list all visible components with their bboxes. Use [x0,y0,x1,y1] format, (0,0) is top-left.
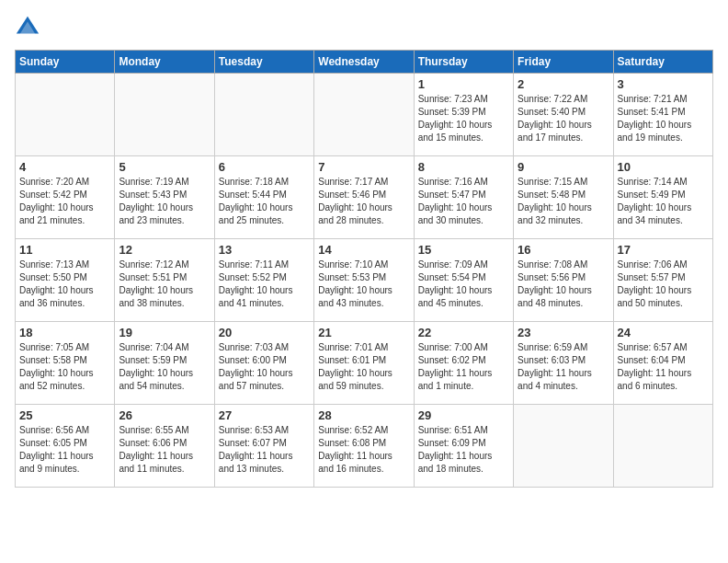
day-info: Sunrise: 7:06 AM Sunset: 5:57 PM Dayligh… [618,259,709,310]
calendar-cell: 27Sunrise: 6:53 AM Sunset: 6:07 PM Dayli… [214,405,313,488]
calendar-table: SundayMondayTuesdayWednesdayThursdayFrid… [15,50,713,488]
calendar-cell [115,74,214,156]
calendar-cell [16,74,115,156]
day-info: Sunrise: 7:23 AM Sunset: 5:39 PM Dayligh… [418,93,509,144]
day-number: 18 [19,326,110,339]
calendar-cell: 2Sunrise: 7:22 AM Sunset: 5:40 PM Daylig… [514,74,613,156]
day-info: Sunrise: 6:57 AM Sunset: 6:04 PM Dayligh… [618,341,709,393]
day-number: 21 [318,326,409,339]
day-info: Sunrise: 7:08 AM Sunset: 5:56 PM Dayligh… [518,259,609,310]
day-number: 7 [318,160,409,174]
day-info: Sunrise: 7:09 AM Sunset: 5:54 PM Dayligh… [418,259,509,310]
calendar-cell: 11Sunrise: 7:13 AM Sunset: 5:50 PM Dayli… [16,239,115,322]
weekday-header-tuesday: Tuesday [214,51,313,74]
week-row-1: 1Sunrise: 7:23 AM Sunset: 5:39 PM Daylig… [16,74,713,156]
weekday-header-thursday: Thursday [414,51,513,74]
day-number: 4 [19,160,110,174]
calendar-cell [314,74,414,156]
day-info: Sunrise: 7:11 AM Sunset: 5:52 PM Dayligh… [219,259,310,310]
day-info: Sunrise: 7:04 AM Sunset: 5:59 PM Dayligh… [119,341,210,393]
calendar-cell: 20Sunrise: 7:03 AM Sunset: 6:00 PM Dayli… [214,322,313,405]
day-number: 27 [219,408,310,422]
calendar-cell: 29Sunrise: 6:51 AM Sunset: 6:09 PM Dayli… [414,405,513,488]
calendar-cell: 18Sunrise: 7:05 AM Sunset: 5:58 PM Dayli… [16,322,115,405]
day-number: 10 [618,160,709,174]
day-info: Sunrise: 7:01 AM Sunset: 6:01 PM Dayligh… [318,341,409,393]
day-number: 22 [418,326,509,339]
calendar-cell: 16Sunrise: 7:08 AM Sunset: 5:56 PM Dayli… [514,239,613,322]
calendar-cell: 22Sunrise: 7:00 AM Sunset: 6:02 PM Dayli… [414,322,513,405]
day-number: 1 [418,77,509,91]
day-info: Sunrise: 7:17 AM Sunset: 5:46 PM Dayligh… [318,176,409,227]
day-number: 20 [219,326,310,339]
day-number: 9 [518,160,609,174]
calendar-cell: 23Sunrise: 6:59 AM Sunset: 6:03 PM Dayli… [514,322,613,405]
day-info: Sunrise: 7:10 AM Sunset: 5:53 PM Dayligh… [318,259,409,310]
day-number: 13 [219,243,310,257]
calendar-cell: 10Sunrise: 7:14 AM Sunset: 5:49 PM Dayli… [613,156,712,239]
day-number: 2 [518,77,609,91]
page-header [15,15,713,40]
day-info: Sunrise: 7:12 AM Sunset: 5:51 PM Dayligh… [119,259,210,310]
calendar-cell: 13Sunrise: 7:11 AM Sunset: 5:52 PM Dayli… [214,239,313,322]
calendar-cell: 6Sunrise: 7:18 AM Sunset: 5:44 PM Daylig… [214,156,313,239]
logo-icon [15,15,40,40]
day-info: Sunrise: 7:18 AM Sunset: 5:44 PM Dayligh… [219,176,310,227]
calendar-cell: 9Sunrise: 7:15 AM Sunset: 5:48 PM Daylig… [514,156,613,239]
calendar-cell: 17Sunrise: 7:06 AM Sunset: 5:57 PM Dayli… [613,239,712,322]
day-info: Sunrise: 7:05 AM Sunset: 5:58 PM Dayligh… [19,341,110,393]
weekday-header-wednesday: Wednesday [314,51,414,74]
day-number: 5 [119,160,210,174]
calendar-cell: 5Sunrise: 7:19 AM Sunset: 5:43 PM Daylig… [115,156,214,239]
day-number: 6 [219,160,310,174]
week-row-4: 18Sunrise: 7:05 AM Sunset: 5:58 PM Dayli… [16,322,713,405]
calendar-cell [613,405,712,488]
day-info: Sunrise: 6:59 AM Sunset: 6:03 PM Dayligh… [518,341,609,393]
day-info: Sunrise: 7:16 AM Sunset: 5:47 PM Dayligh… [418,176,509,227]
day-info: Sunrise: 6:56 AM Sunset: 6:05 PM Dayligh… [19,424,110,476]
day-number: 25 [19,408,110,422]
day-number: 29 [418,408,509,422]
weekday-header-saturday: Saturday [613,51,712,74]
calendar-cell: 15Sunrise: 7:09 AM Sunset: 5:54 PM Dayli… [414,239,513,322]
calendar-cell: 4Sunrise: 7:20 AM Sunset: 5:42 PM Daylig… [16,156,115,239]
day-info: Sunrise: 7:20 AM Sunset: 5:42 PM Dayligh… [19,176,110,227]
day-number: 17 [618,243,709,257]
day-number: 11 [19,243,110,257]
calendar-cell: 21Sunrise: 7:01 AM Sunset: 6:01 PM Dayli… [314,322,414,405]
calendar-cell: 8Sunrise: 7:16 AM Sunset: 5:47 PM Daylig… [414,156,513,239]
day-info: Sunrise: 7:15 AM Sunset: 5:48 PM Dayligh… [518,176,609,227]
day-info: Sunrise: 7:00 AM Sunset: 6:02 PM Dayligh… [418,341,509,393]
day-info: Sunrise: 7:21 AM Sunset: 5:41 PM Dayligh… [618,93,709,144]
logo [15,15,44,40]
day-info: Sunrise: 6:51 AM Sunset: 6:09 PM Dayligh… [418,424,509,476]
day-number: 12 [119,243,210,257]
calendar-cell: 1Sunrise: 7:23 AM Sunset: 5:39 PM Daylig… [414,74,513,156]
calendar-cell: 26Sunrise: 6:55 AM Sunset: 6:06 PM Dayli… [115,405,214,488]
day-number: 8 [418,160,509,174]
day-info: Sunrise: 7:13 AM Sunset: 5:50 PM Dayligh… [19,259,110,310]
day-number: 19 [119,326,210,339]
week-row-2: 4Sunrise: 7:20 AM Sunset: 5:42 PM Daylig… [16,156,713,239]
day-number: 26 [119,408,210,422]
calendar-cell [214,74,313,156]
calendar-cell: 19Sunrise: 7:04 AM Sunset: 5:59 PM Dayli… [115,322,214,405]
day-info: Sunrise: 6:52 AM Sunset: 6:08 PM Dayligh… [318,424,409,476]
day-number: 14 [318,243,409,257]
weekday-header-sunday: Sunday [16,51,115,74]
day-info: Sunrise: 6:53 AM Sunset: 6:07 PM Dayligh… [219,424,310,476]
day-number: 28 [318,408,409,422]
weekday-header-friday: Friday [514,51,613,74]
calendar-cell: 3Sunrise: 7:21 AM Sunset: 5:41 PM Daylig… [613,74,712,156]
day-number: 24 [618,326,709,339]
day-number: 15 [418,243,509,257]
week-row-3: 11Sunrise: 7:13 AM Sunset: 5:50 PM Dayli… [16,239,713,322]
day-info: Sunrise: 7:22 AM Sunset: 5:40 PM Dayligh… [518,93,609,144]
calendar-cell: 28Sunrise: 6:52 AM Sunset: 6:08 PM Dayli… [314,405,414,488]
day-number: 16 [518,243,609,257]
calendar-cell: 25Sunrise: 6:56 AM Sunset: 6:05 PM Dayli… [16,405,115,488]
week-row-5: 25Sunrise: 6:56 AM Sunset: 6:05 PM Dayli… [16,405,713,488]
day-info: Sunrise: 7:14 AM Sunset: 5:49 PM Dayligh… [618,176,709,227]
day-number: 3 [618,77,709,91]
calendar-cell: 12Sunrise: 7:12 AM Sunset: 5:51 PM Dayli… [115,239,214,322]
